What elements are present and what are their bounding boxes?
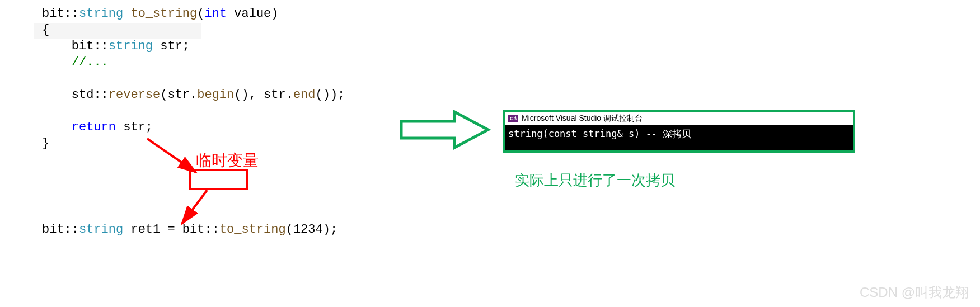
console-title: Microsoft Visual Studio 调试控制台 — [522, 114, 643, 124]
annotation-temp-var-label: 临时变量 — [196, 150, 259, 171]
namespace: bit — [42, 7, 64, 21]
console-icon: C:\ — [508, 115, 518, 122]
code-line — [42, 70, 345, 87]
function-name: to_string — [130, 7, 197, 21]
console-titlebar[interactable]: C:\ Microsoft Visual Studio 调试控制台 — [505, 112, 853, 125]
code-call-line: bit::string ret1 = bit::to_string(1234); — [42, 223, 337, 237]
namespace: bit — [182, 223, 205, 237]
variable: str — [123, 120, 146, 134]
variable: str — [264, 88, 286, 102]
function-call: reverse — [109, 88, 160, 102]
type: string — [109, 39, 153, 53]
method: begin — [197, 88, 234, 102]
namespace: bit — [42, 223, 64, 237]
code-editor[interactable]: bit::string to_string(int value) { bit::… — [42, 6, 345, 152]
param: value — [234, 7, 271, 21]
watermark: CSDN @叫我龙翔 — [860, 284, 969, 301]
code-line: bit::string to_string(int value) — [42, 6, 345, 22]
code-line: { — [42, 22, 345, 38]
annotation-red-box — [189, 169, 248, 190]
console-window: C:\ Microsoft Visual Studio 调试控制台 string… — [503, 110, 855, 153]
comment: //... — [72, 55, 109, 69]
console-output: string(const string& s) -- 深拷贝 — [505, 125, 853, 150]
keyword: int — [204, 7, 227, 21]
code-line: bit::string str; — [42, 38, 345, 54]
code-line: std::reverse(str.begin(), str.end()); — [42, 87, 345, 103]
green-arrow-icon — [398, 107, 494, 152]
code-line: } — [42, 135, 345, 152]
annotation-green-caption: 实际上只进行了一次拷贝 — [515, 171, 675, 190]
type: string — [79, 7, 123, 21]
variable: ret1 — [130, 223, 160, 237]
namespace: bit — [72, 39, 94, 53]
code-line: //... — [42, 54, 345, 70]
variable: str — [167, 88, 190, 102]
method: end — [293, 88, 316, 102]
number-literal: 1234 — [293, 223, 323, 237]
code-line — [42, 103, 345, 119]
type: string — [79, 223, 123, 237]
namespace: std — [72, 88, 94, 102]
variable: str — [160, 39, 182, 53]
keyword: return — [72, 120, 116, 134]
svg-line-1 — [182, 190, 207, 224]
code-line: return str; — [42, 119, 345, 135]
function-call: to_string — [219, 223, 286, 237]
